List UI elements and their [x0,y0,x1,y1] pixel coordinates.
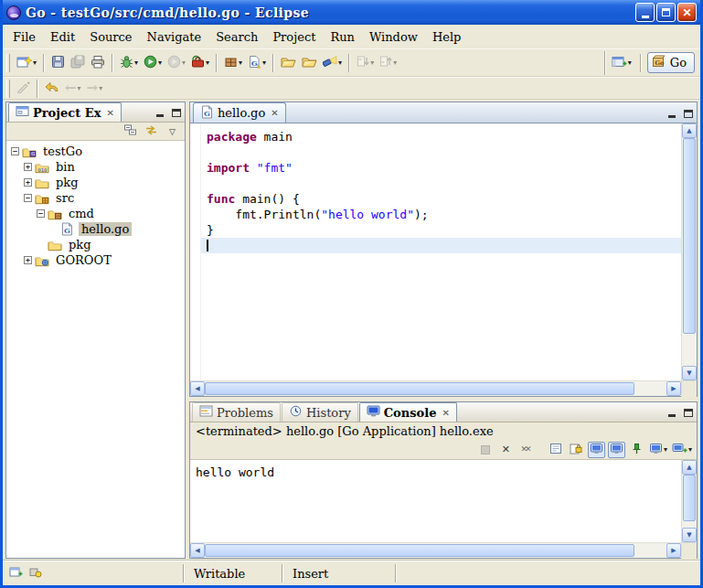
maximize-console-button[interactable] [680,405,696,420]
collapse-toggle-icon[interactable]: − [11,147,19,155]
display-console-button[interactable]: ▾ [648,442,668,458]
dropdown-icon[interactable]: ▾ [262,59,266,67]
open-resource-button[interactable] [300,52,319,74]
show-stdout-console-button[interactable] [588,442,605,458]
menu-help[interactable]: Help [425,27,469,47]
tree-item-bin[interactable]: +010bin [6,159,185,175]
back-button[interactable] [43,78,61,100]
close-editor-icon[interactable]: ✕ [271,108,278,118]
menu-run[interactable]: Run [323,27,362,47]
minimize-button[interactable] [635,3,655,22]
dropdown-icon[interactable]: ▾ [628,59,632,67]
dropdown-icon[interactable]: ▾ [370,59,374,67]
tree-item-cmd[interactable]: −cmd [6,206,185,221]
remove-all-launches-button[interactable]: ✕✕ [517,442,535,458]
tree-item-pkg[interactable]: pkg [6,237,185,252]
expand-toggle-icon[interactable]: + [24,256,32,264]
dropdown-icon[interactable]: ▾ [78,84,81,92]
tab-hello-go[interactable]: G hello.go ✕ [193,102,286,123]
scroll-down-button[interactable]: ▼ [682,366,697,380]
next-annotation-button[interactable]: ▾ [355,52,376,74]
maximize-editor-button[interactable] [680,106,696,121]
editor-vscroll-thumb[interactable] [683,138,696,334]
collapse-toggle-icon[interactable]: − [37,209,45,218]
dropdown-icon[interactable]: ▾ [393,59,397,67]
dropdown-icon[interactable]: ▾ [338,59,342,67]
close-view-icon[interactable]: ✕ [106,108,113,118]
dropdown-icon[interactable]: ▾ [206,59,209,67]
maximize-view-button[interactable] [168,105,184,120]
pin-console-button[interactable] [628,442,645,458]
scroll-down-button[interactable]: ▼ [682,528,697,542]
scroll-up-button[interactable]: ▲ [682,123,697,138]
print-button[interactable] [89,52,107,74]
clear-console-button[interactable] [548,442,565,458]
run-last-launched-button[interactable]: ▾ [165,52,187,74]
menu-navigate[interactable]: Navigate [140,27,209,47]
menu-window[interactable]: Window [362,27,425,47]
code-line-current[interactable] [201,238,681,253]
console-vscrollbar[interactable]: ▲ ▼ [681,460,697,542]
tab-project-explorer[interactable]: Project Ex ✕ [8,102,122,122]
editor-hscrollbar[interactable]: ◀ ▶ [190,381,681,396]
console-vscroll-thumb[interactable] [683,475,696,521]
menu-search[interactable]: Search [208,27,265,47]
previous-annotation-button[interactable]: ▾ [378,52,399,74]
menu-edit[interactable]: Edit [43,27,82,47]
dropdown-icon[interactable]: ▾ [688,445,692,454]
scroll-right-button[interactable]: ▶ [666,543,681,558]
annotation-ruler[interactable] [190,123,201,380]
maximize-button[interactable] [656,3,676,22]
show-stderr-console-button[interactable] [608,442,625,458]
minimize-console-button[interactable] [664,405,679,420]
tree-item-pkg[interactable]: +pkg [6,175,185,190]
open-perspective-button[interactable]: ▾ [610,52,634,74]
close-tab-icon[interactable]: ✕ [442,408,449,418]
code-line[interactable]: import "fmt" [201,160,681,176]
code-line[interactable] [201,176,681,191]
statusbar-tool-icon-2[interactable] [28,566,42,581]
statusbar-tool-icon-1[interactable] [9,566,23,581]
forward-history-button[interactable]: →▾ [85,78,105,100]
view-menu-button[interactable]: ▽ [164,123,181,139]
code-line[interactable]: } [201,222,681,238]
expand-toggle-icon[interactable]: + [24,163,32,171]
link-with-editor-button[interactable] [143,123,160,139]
tab-console[interactable]: Console✕ [359,402,457,422]
menu-source[interactable]: Source [82,27,139,47]
minimize-view-button[interactable] [152,105,167,120]
scroll-lock-button[interactable] [568,442,585,458]
new-wizard-button[interactable]: ▾ [15,52,38,74]
new-go-package-button[interactable]: ▾ [222,52,244,74]
new-go-file-button[interactable]: G▾ [246,52,268,74]
console-hscroll-thumb[interactable] [205,544,634,557]
menu-project[interactable]: Project [265,27,323,47]
last-edit-location-button[interactable] [15,78,32,100]
titlebar[interactable]: Go - testGo/src/cmd/hello.go - Eclipse ✕ [3,0,700,25]
close-button[interactable]: ✕ [677,3,697,22]
menu-file[interactable]: File [5,27,43,47]
scroll-left-button[interactable]: ◀ [190,381,205,396]
dropdown-icon[interactable]: ▾ [134,59,138,67]
code-line[interactable]: fmt.Println("hello world"); [201,207,681,222]
dropdown-icon[interactable]: ▾ [182,59,186,67]
dropdown-icon[interactable]: ▾ [664,445,667,454]
external-tools-button[interactable]: ▾ [189,52,211,74]
open-folder-button[interactable] [279,52,298,74]
tree-item-GOROOT[interactable]: +GOROOT [6,252,185,268]
save-all-button[interactable] [69,52,87,74]
go-perspective-button[interactable]: Go Go [647,52,695,73]
editor-vscrollbar[interactable]: ▲ ▼ [681,123,697,380]
tree-item-src[interactable]: −src [6,190,185,206]
back-history-button[interactable]: ←▾ [63,78,83,100]
search-button[interactable]: ▾ [321,52,344,74]
expand-toggle-icon[interactable]: + [24,178,32,187]
collapse-toggle-icon[interactable]: − [24,194,32,202]
dropdown-icon[interactable]: ▾ [33,59,37,67]
remove-launch-button[interactable]: ✕ [497,442,515,458]
toolbar-grip[interactable] [6,54,10,72]
dropdown-icon[interactable]: ▾ [99,84,102,92]
code-line[interactable] [201,144,681,160]
collapse-all-button[interactable] [122,123,139,139]
tree-item-hello-go[interactable]: Ghello.go [6,221,185,237]
